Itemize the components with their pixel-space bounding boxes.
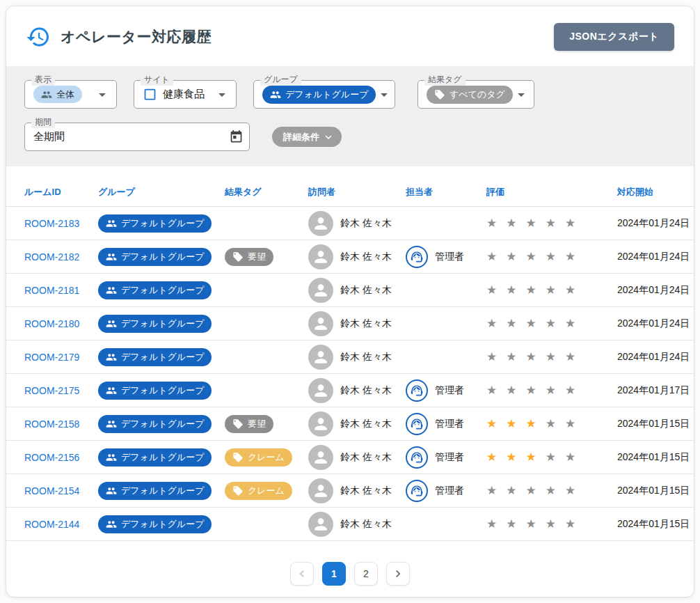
group-chip: デフォルトグループ <box>98 214 212 233</box>
group-chip: デフォルトグループ <box>98 348 212 366</box>
room-id-link[interactable]: ROOM-2181 <box>24 285 79 296</box>
visitor-name: 鈴木 佐々木 <box>340 485 392 497</box>
site-filter-select[interactable]: サイト 健康食品 <box>134 80 237 109</box>
star-icon: ★ <box>546 284 556 296</box>
display-filter-value: 全体 <box>56 88 74 101</box>
period-filter-label: 期間 <box>31 117 55 128</box>
page-header: オペレーター対応履歴 JSONエクスポート <box>6 6 694 66</box>
room-id-link[interactable]: ROOM-2144 <box>24 519 79 530</box>
period-filter-input[interactable]: 期間 全期間 <box>24 123 250 151</box>
star-icon: ★ <box>486 518 497 530</box>
started-at: 2024年01月15日 <box>617 485 690 496</box>
star-icon: ★ <box>486 318 497 329</box>
table-row[interactable]: ROOM-2144 デフォルトグループ 鈴木 佐々木 ★★★★★ 2024年01… <box>6 508 694 541</box>
group-chip-label: デフォルトグループ <box>121 351 204 363</box>
started-at: 2024年01月24日 <box>617 217 690 228</box>
table-row[interactable]: ROOM-2182 デフォルトグループ 要望 鈴木 佐々木 管理者 ★★ <box>6 240 694 274</box>
prev-page-button[interactable] <box>290 562 314 586</box>
star-icon: ★ <box>526 384 536 396</box>
room-id-link[interactable]: ROOM-2154 <box>24 485 79 496</box>
room-id-link[interactable]: ROOM-2180 <box>24 318 79 329</box>
rating-stars: ★★★★★ <box>486 351 617 363</box>
advanced-conditions-button[interactable]: 詳細条件 <box>272 127 342 147</box>
display-filter-select[interactable]: 表示 全体 <box>24 80 117 109</box>
visitor-name: 鈴木 佐々木 <box>340 318 392 330</box>
people-icon <box>106 452 117 463</box>
star-icon: ★ <box>565 518 575 530</box>
result-tag-chip: クレーム <box>225 448 292 467</box>
page-button-2[interactable]: 2 <box>354 562 378 586</box>
table-row[interactable]: ROOM-2158 デフォルトグループ 要望 鈴木 佐々木 管理者 ★★ <box>6 407 694 441</box>
next-page-button[interactable] <box>386 562 410 586</box>
table-row[interactable]: ROOM-2179 デフォルトグループ 鈴木 佐々木 ★★★★★ 2024年01… <box>6 340 694 374</box>
star-icon: ★ <box>506 318 516 329</box>
tag-icon <box>232 485 244 496</box>
star-icon: ★ <box>526 485 536 496</box>
star-icon: ★ <box>486 284 497 296</box>
table-row[interactable]: ROOM-2181 デフォルトグループ 鈴木 佐々木 ★★★★★ 2024年01… <box>6 274 694 307</box>
operator-name: 管理者 <box>435 418 464 430</box>
chevron-down-icon <box>322 131 335 143</box>
people-icon <box>106 385 117 396</box>
room-id-link[interactable]: ROOM-2182 <box>24 251 79 263</box>
group-filter-select[interactable]: グループ デフォルトグループ <box>253 80 395 109</box>
result-tag-chip-label: クレーム <box>248 451 285 464</box>
star-icon: ★ <box>506 284 516 296</box>
star-icon: ★ <box>486 251 497 263</box>
star-icon: ★ <box>526 351 536 363</box>
table-row[interactable]: ROOM-2183 デフォルトグループ 鈴木 佐々木 ★★★★★ 2024年01… <box>6 207 694 240</box>
column-header-rating: 評価 <box>486 186 617 198</box>
person-icon <box>312 248 330 266</box>
star-icon: ★ <box>526 284 536 296</box>
group-chip: デフォルトグループ <box>98 248 212 266</box>
group-chip-label: デフォルトグループ <box>121 217 204 230</box>
star-icon: ★ <box>546 251 556 263</box>
group-chip: デフォルトグループ <box>98 315 212 333</box>
room-id-link[interactable]: ROOM-2156 <box>24 452 79 463</box>
headset-icon <box>410 484 424 498</box>
room-id-link[interactable]: ROOM-2179 <box>24 352 79 363</box>
group-chip-label: デフォルトグループ <box>121 485 204 497</box>
operator-history-panel: オペレーター対応履歴 JSONエクスポート 表示 全体 サイト 健康食品 <box>6 6 694 597</box>
table-row[interactable]: ROOM-2154 デフォルトグループ クレーム 鈴木 佐々木 管理者 <box>6 474 694 508</box>
star-icon: ★ <box>506 418 516 430</box>
people-icon <box>106 418 117 430</box>
star-icon: ★ <box>506 485 516 496</box>
started-at: 2024年01月15日 <box>617 451 690 462</box>
operator-name: 管理者 <box>435 384 464 397</box>
star-icon: ★ <box>486 485 497 496</box>
table-row[interactable]: ROOM-2156 デフォルトグループ クレーム 鈴木 佐々木 管理者 <box>6 441 694 474</box>
people-icon <box>106 352 117 363</box>
started-at: 2024年01月24日 <box>617 251 690 262</box>
json-export-button[interactable]: JSONエクスポート <box>554 23 674 51</box>
column-header-room-id: ルームID <box>24 186 98 198</box>
rating-stars: ★★★★★ <box>486 318 617 329</box>
table-row[interactable]: ROOM-2175 デフォルトグループ 鈴木 佐々木 管理者 ★★★★★ 202… <box>6 374 694 407</box>
result-tag-filter-select[interactable]: 結果タグ すべてのタグ <box>417 80 534 109</box>
group-filter-value: デフォルトグループ <box>285 88 368 101</box>
room-id-link[interactable]: ROOM-2158 <box>24 418 79 430</box>
person-icon <box>312 415 330 433</box>
group-chip-label: デフォルトグループ <box>121 451 204 464</box>
rating-stars: ★★★★★ <box>486 384 617 396</box>
people-icon <box>106 285 117 296</box>
operator-avatar <box>406 379 428 402</box>
pagination: 1 2 <box>6 562 694 586</box>
headset-icon <box>410 451 424 464</box>
person-icon <box>312 515 330 533</box>
star-icon: ★ <box>546 418 556 430</box>
page-button-1[interactable]: 1 <box>322 562 346 586</box>
star-icon: ★ <box>526 251 536 263</box>
calendar-icon[interactable] <box>229 130 244 144</box>
table-row[interactable]: ROOM-2180 デフォルトグループ 鈴木 佐々木 ★★★★★ 2024年01… <box>6 307 694 340</box>
result-tag-chip-label: 要望 <box>248 251 266 263</box>
rating-stars: ★★★★★ <box>486 418 617 430</box>
person-icon <box>312 214 330 233</box>
room-id-link[interactable]: ROOM-2175 <box>24 385 79 396</box>
star-icon: ★ <box>565 485 575 496</box>
people-icon <box>106 318 117 329</box>
star-icon: ★ <box>526 318 536 329</box>
visitor-name: 鈴木 佐々木 <box>340 251 392 263</box>
star-icon: ★ <box>546 384 556 396</box>
room-id-link[interactable]: ROOM-2183 <box>24 218 79 229</box>
